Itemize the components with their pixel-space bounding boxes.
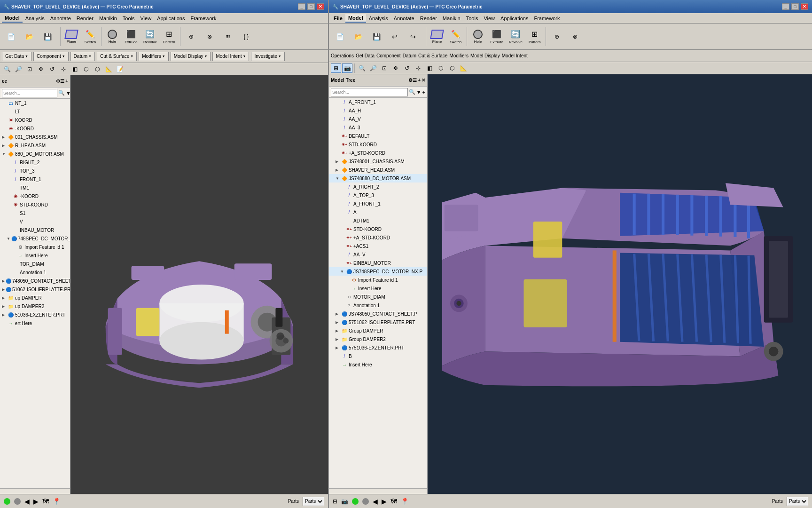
rt-adtm1[interactable]: ADTM1 [329, 216, 427, 225]
rt-motordiam[interactable]: ⊙MOTOR_DIAM [329, 293, 427, 301]
left-tree-settings[interactable]: ⚙ [56, 79, 60, 84]
right-cutsurface-dropdown[interactable]: Cut & Surface [418, 53, 447, 58]
right-menu-applications[interactable]: Applications [498, 15, 531, 22]
left-status-arrow-right[interactable]: ▶ [33, 498, 39, 505]
right-tree-search-icon[interactable]: 🔍 [409, 89, 415, 95]
left-tree-search-input[interactable] [2, 89, 57, 97]
right-datum-dropdown[interactable]: Datum [403, 53, 416, 58]
left-status-arrow-left[interactable]: ◀ [24, 498, 30, 505]
measure-btn[interactable]: 📐 [103, 64, 114, 74]
left-parts-dropdown[interactable]: Parts [303, 497, 324, 506]
tree-item-koord[interactable]: ✳KOORD [0, 116, 70, 124]
rt-motor[interactable]: ▼🔶JS748880_DC_MOTOR.ASM [329, 174, 427, 183]
rt-shaverhead[interactable]: ▶🔶SHAVER_HEAD.ASM [329, 166, 427, 174]
right-menu-view[interactable]: View [481, 15, 498, 22]
modifiers-dropdown[interactable]: Modifiers [139, 52, 169, 61]
right-viewport[interactable] [428, 74, 812, 494]
tree-item-head[interactable]: ▶🔶R_HEAD.ASM [0, 141, 70, 150]
rt-atop3[interactable]: /A_TOP_3 [329, 191, 427, 199]
rt-groupdamper1[interactable]: ▶📁Group DAMPER [329, 326, 427, 335]
rt-afront1[interactable]: /A_FRONT_1 [329, 98, 427, 106]
left-status-icon1[interactable]: 🗺 [42, 498, 49, 505]
tree-item-spec[interactable]: ▼🔵748SPEC_DC_MOTOR_NX.P [0, 234, 70, 243]
left-tree-search-icon[interactable]: 🔍 [58, 90, 65, 96]
rt-spec[interactable]: ▼🔵JS748SPEC_DC_MOTOR_NX.P [329, 267, 427, 276]
datum-dropdown[interactable]: Datum [70, 52, 95, 61]
right-rotate[interactable]: ↺ [402, 64, 412, 73]
rt-aah[interactable]: /AA_H [329, 106, 427, 115]
right-pan[interactable]: ✥ [390, 64, 401, 73]
revolve-btn[interactable]: 🔄 Revolve [141, 26, 159, 47]
right-tool-1[interactable]: ⊕ [548, 26, 566, 47]
rt-ann1[interactable]: 7Annotation 1 [329, 301, 427, 310]
pan-btn[interactable]: ✥ [36, 64, 46, 74]
rt-import[interactable]: ⚙Import Feature id 1 [329, 276, 427, 284]
menu-applications[interactable]: Applications [154, 15, 187, 22]
tree-item-v[interactable]: V [0, 217, 70, 226]
right-close-button[interactable]: ✕ [801, 3, 808, 10]
right-plane-btn[interactable]: Plane [428, 26, 446, 47]
rt-groupdamper2[interactable]: ▶📁Group DAMPER2 [329, 335, 427, 343]
minimize-button[interactable]: _ [298, 3, 305, 10]
rt-stdkoord[interactable]: ✳+STD-KOORD [329, 140, 427, 149]
save-btn[interactable]: 💾 [39, 26, 56, 47]
right-tool-2[interactable]: ⊗ [566, 26, 584, 47]
right-status-nav2[interactable]: 📍 [401, 498, 409, 505]
right-pattern-btn[interactable]: ⊞ Pattern [526, 26, 544, 47]
pattern-btn[interactable]: ⊞ Pattern [160, 26, 178, 47]
right-component-dropdown[interactable]: Component [376, 53, 401, 58]
tool-3[interactable]: ≋ [219, 26, 237, 47]
menu-framework[interactable]: Framework [187, 15, 219, 22]
tree-item-inbau[interactable]: INBAU_MOTOR [0, 226, 70, 234]
tree-item-ann1[interactable]: Annotation 1 [0, 268, 70, 277]
close-button[interactable]: ✕ [317, 3, 324, 10]
right-tree-toggle[interactable]: ⊞ [331, 64, 341, 73]
tree-item-nkoord[interactable]: ✳-KOORD [0, 124, 70, 133]
left-viewport[interactable] [70, 75, 328, 494]
right-redo-btn[interactable]: ↪ [404, 26, 422, 47]
restore-button[interactable]: □ [307, 3, 315, 10]
tree-item-exzenter[interactable]: ▶🔵51036-EXZENTER.PRT [0, 310, 70, 319]
tree-item-isol[interactable]: ▶🔵51062-ISOLIERPLATTE.PRT [0, 285, 70, 294]
right-undo-btn[interactable]: ↩ [386, 26, 404, 47]
component-dropdown[interactable]: Component [33, 52, 69, 61]
rt-insert1[interactable]: →Insert Here [329, 284, 427, 293]
right-tree-search-input[interactable] [331, 88, 408, 96]
right-tree-filter-icon[interactable]: ▼ [416, 89, 422, 95]
tree-item-nkoord2[interactable]: ✳-KOORD [0, 192, 70, 200]
left-tree-expand[interactable]: ☰ [60, 79, 64, 84]
menu-analysis[interactable]: Analysis [23, 15, 47, 22]
rt-insert-here[interactable]: →Insert Here [329, 360, 427, 369]
right-fit[interactable]: ⊡ [379, 64, 390, 73]
annotation-btn[interactable]: 📝 [115, 64, 125, 74]
right-status-arrow-left[interactable]: ◀ [373, 498, 378, 505]
rt-chassis[interactable]: ▶🔶JS748001_CHASSIS.ASM [329, 157, 427, 166]
tree-item-s1[interactable]: S1 [0, 209, 70, 217]
model-intent-dropdown[interactable]: Model Intent [212, 52, 249, 61]
right-status-icon2[interactable]: 📷 [341, 498, 348, 505]
menu-model[interactable]: Model [2, 14, 23, 23]
right-tree-plus-icon[interactable]: + [422, 89, 425, 95]
right-menu-analysis[interactable]: Analysis [366, 15, 391, 22]
tree-item-front1[interactable]: /FRONT_1 [0, 175, 70, 183]
model-display-dropdown[interactable]: Model Display [171, 52, 211, 61]
tree-item-tordiam[interactable]: TOR_DIAM [0, 260, 70, 268]
menu-tools[interactable]: Tools [120, 15, 138, 22]
tree-item-contact[interactable]: ▶🔵748050_CONTACT_SHEET.P [0, 277, 70, 285]
rt-a[interactable]: /A [329, 208, 427, 216]
open-btn[interactable]: 📂 [20, 26, 38, 47]
right-modelintent-dropdown[interactable]: Model Intent [502, 53, 528, 58]
right-zoom-out[interactable]: 🔎 [368, 64, 378, 73]
zoom-out-btn[interactable]: 🔎 [13, 64, 23, 74]
left-tree-add[interactable]: + [65, 79, 68, 84]
tree-item-insert-here-1[interactable]: →Insert Here [0, 251, 70, 260]
right-section[interactable]: ◧ [424, 64, 435, 73]
get-data-dropdown[interactable]: Get Data [2, 52, 31, 61]
new-btn[interactable]: 📄 [2, 26, 20, 47]
tree-item-stdkoord[interactable]: ✳STD-KOORD [0, 200, 70, 209]
cut-surface-dropdown[interactable]: Cut & Surface [97, 52, 137, 61]
zoom-in-btn[interactable]: 🔍 [2, 64, 12, 74]
right-modifiers-dropdown[interactable]: Modifiers [449, 53, 468, 58]
rt-contact[interactable]: ▶🔵JS748050_CONTACT_SHEET.P [329, 310, 427, 318]
rotate-btn[interactable]: ↺ [47, 64, 57, 74]
